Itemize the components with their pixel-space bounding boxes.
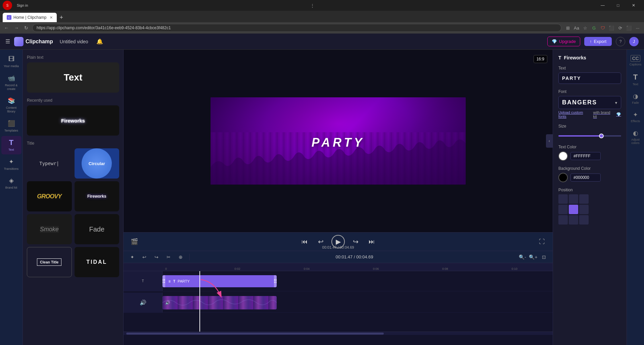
size-slider[interactable] [558,135,621,137]
animation-button[interactable]: 🎬 [129,236,140,247]
sign-in-label[interactable]: Sign in [15,3,30,8]
skip-forward-button[interactable]: ⏭ [366,236,377,247]
bg-color-swatch[interactable] [558,173,568,182]
bell-icon[interactable]: 🔔 [95,37,104,46]
fireworks-recent-card[interactable]: Fireworks [27,105,119,136]
sidebar-item-templates[interactable]: ⬛ Templates [1,117,21,135]
pause-icon: ⏸ [168,280,171,283]
clip-handle-left[interactable]: ⠿ [163,275,165,287]
groovy-card[interactable]: GROOVY [27,181,72,211]
properties-panel: T Fireworks Text Font BANGERS ▼ Upload c… [553,50,627,345]
more-tools-button[interactable]: ··· [634,24,641,32]
text-color-hex-input[interactable] [570,152,601,160]
zoom-out-button[interactable]: 🔍- [518,252,527,262]
clip-handle-right[interactable]: ⠿ [274,275,277,287]
custom-font-link[interactable]: Upload custom fonts with brand kit 💎 [558,110,621,118]
window-controls: — □ ✕ [595,0,641,11]
record-icon: 📹 [7,74,15,82]
aspect-ratio-badge[interactable]: 16:9 [534,55,547,63]
user-avatar[interactable]: J [629,37,639,46]
fade-tool-right[interactable]: ◑ Fade [628,90,644,107]
clean-title-card[interactable]: Clean Title [27,247,72,277]
browser-extension-shield[interactable]: 🛡 [599,24,606,32]
split-tool[interactable]: ✦ [128,252,137,262]
typewriter-card[interactable]: Typewr| [27,148,72,179]
add-clip-tool[interactable]: ⊕ [176,252,185,262]
sidebar-item-brand[interactable]: ◈ Brand kit [1,174,21,192]
reader-mode-icon[interactable]: Aa [573,24,580,32]
text-color-swatch[interactable] [558,151,568,161]
pos-bot-center[interactable] [569,215,578,225]
favorites-icon[interactable]: ☆ [582,24,589,32]
sidebar-item-record[interactable]: 📹 Record &create [1,71,21,94]
redo-button[interactable]: ↪ [152,252,161,262]
fit-timeline-button[interactable]: ⊡ [539,252,549,262]
fade-tool-label: Fade [632,101,639,104]
text-clip-label: T [173,280,176,283]
back-button[interactable]: ← [3,24,10,31]
smoke-card[interactable]: Smoke [27,214,72,244]
export-button[interactable]: ↑ Export [584,37,612,46]
circular-card[interactable]: Circular [75,148,120,179]
pos-top-center[interactable] [569,194,578,204]
video-title[interactable]: Untitled video [57,38,91,46]
forward-button[interactable]: → [13,24,20,31]
minimize-button[interactable]: — [595,0,610,11]
sidebar-item-transitions[interactable]: ✦ Transitions [1,155,21,174]
pos-top-right[interactable] [579,194,589,204]
close-button[interactable]: ✕ [626,0,641,11]
adjust-colors-tool[interactable]: ◐ Adjustcolors [628,127,644,147]
tab-close-button[interactable]: ✕ [50,15,53,20]
profile-icon[interactable]: S [3,1,12,10]
video-clip[interactable]: 🔊 [163,296,277,309]
timeline-tracks: T ⠿ ⏸ T PARTY ⠿ [124,271,553,332]
captions-tool[interactable]: CC Captions [628,52,644,69]
text-input[interactable] [558,72,621,84]
tidal-card[interactable]: TIDAL [75,247,120,277]
fireworks2-card[interactable]: Fireworks [75,181,120,211]
scrollbar-thumb[interactable] [126,333,384,335]
cut-tool[interactable]: ✂ [164,252,173,262]
extensions-icon[interactable]: ⋮ [309,2,316,9]
pos-mid-right[interactable] [579,205,589,214]
zoom-in-button[interactable]: 🔍+ [528,252,538,262]
tidal-label: TIDAL [86,259,107,265]
bg-color-hex-input[interactable] [570,174,601,182]
text-tool-right[interactable]: T Text [628,70,644,89]
refresh-button[interactable]: ↻ [23,24,30,31]
upgrade-button[interactable]: 💎 Upgrade [547,37,580,46]
fade-card[interactable]: Fade [75,214,120,244]
pos-mid-center[interactable] [569,205,578,214]
plain-text-card[interactable]: Text [27,62,119,93]
undo-button[interactable]: ↩ [140,252,149,262]
maximize-button[interactable]: □ [610,0,626,11]
help-button[interactable]: ? [616,37,625,46]
font-label: Font [558,89,621,94]
sidebar-item-content[interactable]: 📚 Contentlibrary [1,94,21,116]
browser-extension-g[interactable]: G [590,24,598,32]
text-clip[interactable]: ⠿ ⏸ T PARTY ⠿ [163,275,277,287]
pos-top-left[interactable] [558,194,568,204]
sidebar-item-media[interactable]: 🎞 Your media [1,52,21,71]
active-tab[interactable]: C Home | Clipchamp ✕ [3,13,57,22]
browser-extension-3[interactable]: ⬛ [608,24,615,32]
fullscreen-button[interactable]: ⛶ [537,236,547,247]
url-input[interactable]: https://app.clipchamp.com/editor/3a41c16… [32,24,561,32]
panel-toggle-button[interactable]: ‹ [546,134,553,148]
screen-reader-icon[interactable]: ⊞ [564,24,571,32]
new-tab-button[interactable]: + [57,13,66,22]
font-select[interactable]: BANGERS [558,96,621,109]
text-track-header: T [124,271,163,291]
timeline-content: 0 0:02 0:04 0:06 0:08 0:10 [124,263,553,332]
hamburger-menu[interactable]: ☰ [5,38,10,45]
browser-extension-4[interactable]: ⟳ [616,24,624,32]
skip-back-button[interactable]: ⏮ [299,236,310,247]
browser-extension-5[interactable]: ⬛ [625,24,633,32]
app-logo[interactable]: Clipchamp [14,37,53,46]
sidebar-item-text[interactable]: T Text [1,136,21,154]
pos-bot-left[interactable] [558,215,568,225]
effects-tool[interactable]: ✦ Effects [628,108,644,126]
timeline-scrollbar[interactable] [124,332,553,335]
pos-mid-left[interactable] [558,205,568,214]
pos-bot-right[interactable] [579,215,589,225]
